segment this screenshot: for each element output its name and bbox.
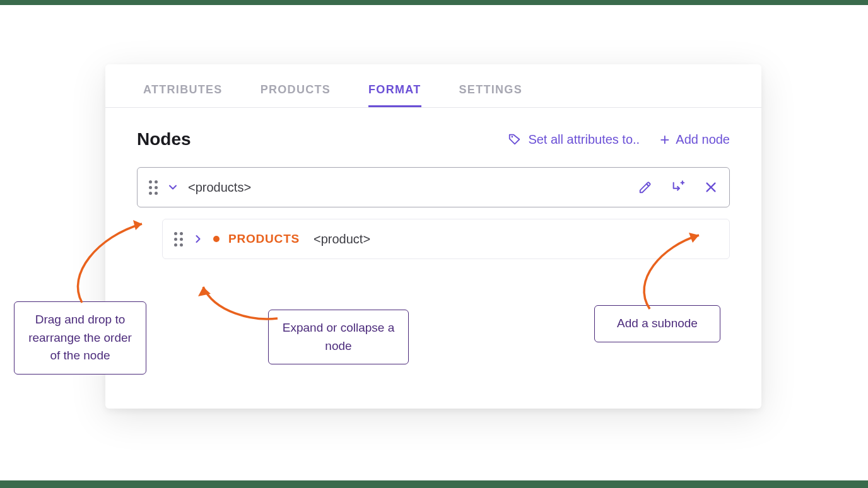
svg-point-0 bbox=[512, 136, 513, 138]
callout-subnode-text: Add a subnode bbox=[617, 317, 698, 330]
callout-expand: Expand or collapse a node bbox=[268, 310, 409, 364]
add-subnode-icon bbox=[671, 180, 685, 194]
edit-node-button[interactable] bbox=[638, 180, 652, 194]
top-band bbox=[0, 0, 868, 5]
pencil-icon bbox=[638, 180, 652, 194]
section-actions: Set all attributes to.. + Add node bbox=[508, 131, 730, 148]
status-dot-icon bbox=[213, 236, 220, 242]
node-row-product: PRODUCTS <product> bbox=[162, 219, 730, 259]
tag-icon bbox=[508, 132, 522, 146]
drag-handle-icon[interactable] bbox=[149, 180, 158, 195]
node-label: <product> bbox=[314, 232, 370, 247]
section-header: Nodes Set all attributes to.. + Add node bbox=[137, 129, 730, 149]
callout-drag-text: Drag and drop to rearrange the order of … bbox=[28, 313, 132, 362]
tab-products[interactable]: PRODUCTS bbox=[261, 83, 331, 107]
plus-icon: + bbox=[660, 131, 669, 148]
tab-attributes[interactable]: ATTRIBUTES bbox=[143, 83, 223, 107]
node-row-products: <products> bbox=[137, 167, 730, 207]
add-node-button[interactable]: + Add node bbox=[660, 131, 730, 148]
content-area: Nodes Set all attributes to.. + Add node bbox=[105, 108, 761, 278]
bottom-band bbox=[0, 480, 868, 488]
add-subnode-button[interactable] bbox=[671, 180, 685, 194]
node-label: <products> bbox=[188, 180, 251, 195]
callout-expand-text: Expand or collapse a node bbox=[283, 321, 394, 352]
set-all-attributes-button[interactable]: Set all attributes to.. bbox=[508, 132, 640, 147]
section-title: Nodes bbox=[137, 129, 191, 149]
chevron-down-icon bbox=[167, 181, 179, 194]
callout-drag: Drag and drop to rearrange the order of … bbox=[14, 301, 146, 375]
remove-node-button[interactable] bbox=[704, 180, 718, 194]
tab-settings[interactable]: SETTINGS bbox=[459, 83, 522, 107]
drag-handle-icon[interactable] bbox=[174, 232, 183, 247]
set-all-attributes-label: Set all attributes to.. bbox=[528, 132, 640, 147]
close-icon bbox=[704, 180, 718, 194]
callout-subnode: Add a subnode bbox=[594, 305, 720, 342]
collapse-toggle[interactable] bbox=[167, 181, 179, 194]
tab-bar: ATTRIBUTES PRODUCTS FORMAT SETTINGS bbox=[105, 64, 761, 108]
main-card: ATTRIBUTES PRODUCTS FORMAT SETTINGS Node… bbox=[105, 64, 761, 409]
tab-format[interactable]: FORMAT bbox=[368, 83, 421, 107]
add-node-label: Add node bbox=[676, 132, 730, 147]
chevron-right-icon bbox=[192, 233, 204, 245]
expand-toggle[interactable] bbox=[192, 233, 204, 245]
node-badge: PRODUCTS bbox=[228, 232, 300, 246]
